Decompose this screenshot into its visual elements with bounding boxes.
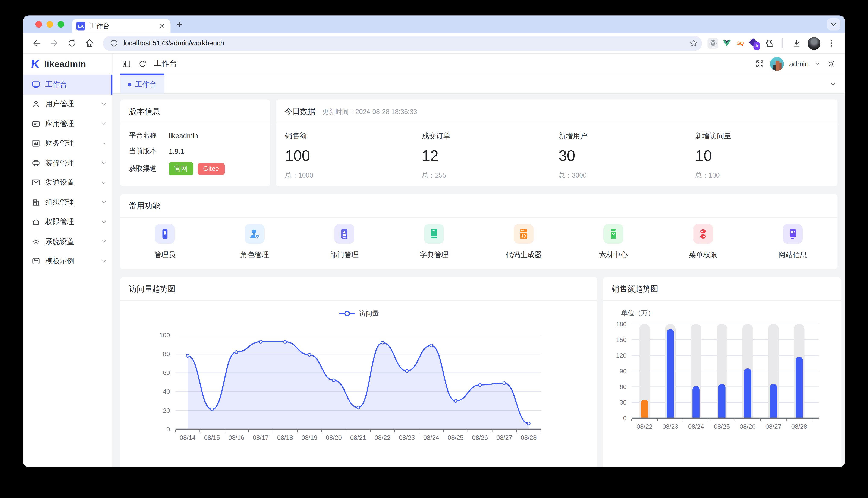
bar-chart-title: 销售额趋势图 [603,277,841,301]
forward-button[interactable] [47,36,62,51]
browser-tab[interactable]: LA 工作台 [72,19,170,33]
screenshot-stage: LA 工作台 localhost:5173/admin/workbench [0,0,868,498]
today-card-title: 今日数据 [284,107,316,115]
line-chart-legend[interactable]: 访问量 [120,308,597,319]
zoom-window-button[interactable] [58,21,64,27]
printer-icon [31,158,40,167]
bookmark-star-icon[interactable] [689,38,699,48]
route-tab-workbench[interactable]: 工作台 [120,74,164,93]
svg-text:08/27: 08/27 [496,434,512,441]
svg-text:120: 120 [616,352,627,359]
channel-button-Gitee[interactable]: Gitee [197,163,225,174]
svg-text:08/28: 08/28 [791,423,807,430]
chevron-down-icon [829,20,838,29]
route-tab-label: 工作台 [135,79,156,89]
settings-gear-icon[interactable] [827,59,836,68]
workbench-content: 版本信息 平台名称likeadmin当前版本1.9.1获取渠道官网Gitee 今… [113,94,845,467]
sidebar-item-workbench[interactable]: 工作台 [23,75,112,94]
sidebar-item-auth[interactable]: 权限管理 [23,212,112,232]
vue-devtools-icon[interactable] [721,38,732,49]
browser-menu-button[interactable] [824,36,839,51]
sidebar: K likeadmin 工作台用户管理应用管理财务管理装修管理渠道设置组织管理权… [23,54,113,467]
visits-trend-card: 访问量趋势图 访问量 02040608010008/1408/1508/1608… [120,277,597,468]
tab-search-button[interactable] [827,18,840,30]
tabs-dropdown-chevron-icon[interactable] [829,80,837,88]
quick-item-code[interactable]: 代码生成器 [479,224,569,260]
quick-item-role[interactable]: 角色管理 [210,224,299,260]
close-tab-icon[interactable] [157,22,166,30]
extension-badge: 5 [753,42,760,50]
quick-item-label: 角色管理 [240,250,269,260]
quick-item-dict[interactable]: 字典管理 [389,224,479,260]
quick-functions-card: 常用功能 管理员角色管理部门管理字典管理代码生成器素材中心菜单权限网站信息 [120,194,838,269]
svg-text:30: 30 [620,399,627,406]
svg-text:80: 80 [163,350,170,357]
stat-value: 100 [285,148,422,165]
back-button[interactable] [29,36,44,51]
stat-value: 30 [559,148,695,165]
user-avatar[interactable] [770,57,784,70]
quick-item-material[interactable]: 素材中心 [569,224,658,260]
home-button[interactable] [82,36,98,51]
role-icon [245,224,265,244]
channel-button-官网[interactable]: 官网 [169,162,193,175]
sidebar-item-finance[interactable]: 财务管理 [23,134,112,153]
quick-item-admin[interactable]: 管理员 [120,224,210,260]
admin-app: K likeadmin 工作台用户管理应用管理财务管理装修管理渠道设置组织管理权… [23,54,845,467]
site-info-icon[interactable] [110,39,118,47]
downloads-button[interactable] [789,36,804,51]
quick-item-menu[interactable]: 菜单权限 [658,224,748,260]
sidebar-item-apps[interactable]: 应用管理 [23,114,112,134]
user-menu-chevron-icon[interactable] [814,61,821,67]
quick-item-label: 菜单权限 [689,250,717,260]
browser-window: LA 工作台 localhost:5173/admin/workbench [23,16,845,468]
collapse-sidebar-icon[interactable] [122,59,131,68]
fullscreen-icon[interactable] [755,59,764,68]
active-tab-dot [128,82,131,86]
sidebar-item-channel[interactable]: 渠道设置 [23,173,112,193]
username[interactable]: admin [789,60,809,68]
code-icon [514,224,534,244]
chevron-down-icon [101,121,107,127]
react-devtools-icon[interactable] [707,38,718,49]
building-icon [31,198,40,207]
extensions-row: SQ 5 [707,36,839,51]
browser-profile-avatar[interactable] [807,37,820,50]
sidebar-item-label: 权限管理 [46,217,101,227]
sidebar-item-label: 渠道设置 [46,178,101,188]
sq-extension-icon[interactable]: SQ [735,38,745,49]
sidebar-item-users[interactable]: 用户管理 [23,94,112,114]
reload-button[interactable] [64,36,80,51]
close-window-button[interactable] [36,21,42,27]
browser-toolbar: localhost:5173/admin/workbench SQ 5 [23,33,845,54]
svg-text:20: 20 [163,407,170,414]
app-header: 工作台 admin [113,54,845,74]
lock-icon [31,218,40,226]
svg-text:08/28: 08/28 [521,434,537,441]
new-tab-button[interactable] [175,20,184,29]
admin-icon [155,224,175,244]
quick-item-dept[interactable]: 部门管理 [299,224,389,260]
quick-item-web[interactable]: 网站信息 [748,224,838,260]
main-area: 工作台 admin 工作台 [113,54,845,467]
gear-icon [31,237,40,246]
extensions-puzzle-icon[interactable] [763,36,776,51]
svg-text:08/24: 08/24 [688,423,704,430]
app-logo[interactable]: K likeadmin [23,54,112,75]
stat-成交订单: 成交订单12总：255 [422,131,559,180]
address-bar[interactable]: localhost:5173/admin/workbench [103,36,702,51]
today-data-card: 今日数据更新时间：2024-08-28 18:36:33 销售额100总：100… [276,100,838,186]
picture-icon [31,257,40,265]
sidebar-item-label: 用户管理 [46,99,101,109]
gem-extension-icon[interactable]: 5 [749,38,760,49]
sidebar-item-decorate[interactable]: 装修管理 [23,153,112,173]
sidebar-item-org[interactable]: 组织管理 [23,193,112,212]
sidebar-menu: 工作台用户管理应用管理财务管理装修管理渠道设置组织管理权限管理系统设置模板示例 [23,75,112,271]
sidebar-item-system[interactable]: 系统设置 [23,232,112,251]
dept-icon [334,224,354,244]
refresh-page-icon[interactable] [138,59,147,68]
minimize-window-button[interactable] [47,21,53,27]
stat-新增访问量: 新增访问量10总：100 [695,131,832,180]
chevron-down-icon [101,219,107,225]
sidebar-item-template[interactable]: 模板示例 [23,251,112,271]
